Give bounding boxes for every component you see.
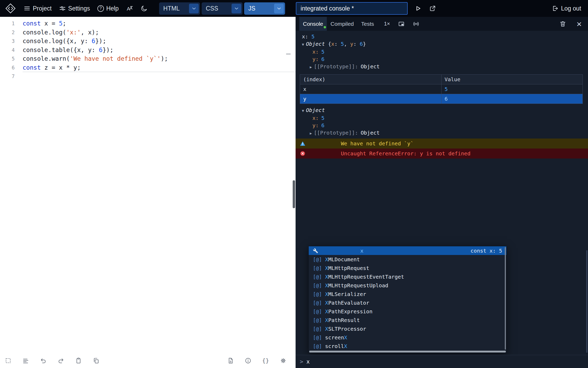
undo-button[interactable] xyxy=(40,357,47,364)
console-warning[interactable]: We have not defined `y` xyxy=(296,139,588,149)
console-error[interactable]: Uncaught ReferenceError: y is not define… xyxy=(296,149,588,159)
redo-button[interactable] xyxy=(57,357,64,364)
property-type-icon: [@] xyxy=(313,283,322,288)
clear-console-button[interactable] xyxy=(559,20,566,28)
sliders-icon xyxy=(59,5,66,12)
autocomplete-item[interactable]: [@]scrollX xyxy=(309,342,506,350)
property-type-icon: [@] xyxy=(313,265,322,271)
autocomplete-item[interactable]: [@]XMLSerializer xyxy=(309,290,506,298)
project-menu-label: Project xyxy=(33,5,52,12)
code-line[interactable]: console.warn('We have not defined `y`'); xyxy=(23,54,296,63)
property-type-icon: [@] xyxy=(313,300,322,306)
table-header[interactable]: (index) xyxy=(300,75,442,84)
console-input-row[interactable]: > x xyxy=(296,355,588,368)
close-console-button[interactable]: × xyxy=(576,20,582,28)
code-line[interactable] xyxy=(23,72,296,81)
chevron-down-icon[interactable] xyxy=(274,4,284,13)
table-header[interactable]: Value xyxy=(441,75,583,84)
autocomplete-item-selected[interactable]: x const x: 5 xyxy=(309,246,506,255)
code-line[interactable]: console.log('x:', x); xyxy=(23,28,296,37)
format-code-button[interactable] xyxy=(22,357,29,364)
line-number-gutter: 1234567 xyxy=(0,19,19,353)
live-reload-icon[interactable] xyxy=(413,21,419,27)
property-type-icon: [@] xyxy=(313,291,322,297)
js-editor-button[interactable]: JS xyxy=(244,2,285,15)
select-region-button[interactable] xyxy=(5,357,12,364)
caret-right-icon[interactable]: ▶ xyxy=(310,65,312,69)
run-button[interactable] xyxy=(414,5,421,12)
autocomplete-item[interactable]: [@]XMLDocument xyxy=(309,255,506,264)
chevron-down-icon[interactable] xyxy=(232,4,241,13)
translate-icon[interactable]: A xyxy=(126,5,133,12)
caret-down-icon[interactable]: ▼ xyxy=(302,109,304,113)
line-number: 5 xyxy=(0,54,19,63)
dark-mode-icon[interactable] xyxy=(141,5,148,12)
object-preview: {x: 5, y: 6} xyxy=(325,41,366,47)
autocomplete-scrollbar[interactable] xyxy=(505,247,506,350)
autocomplete-item[interactable]: [@]XMLHttpRequest xyxy=(309,264,506,272)
console-object-entry[interactable]: ▼Object {x: 5, y: 6} xyxy=(296,40,588,48)
caret-down-icon[interactable]: ▼ xyxy=(302,42,304,47)
logout-icon xyxy=(552,5,558,12)
autocomplete-item[interactable]: [@]XMLHttpRequestUpload xyxy=(309,281,506,290)
code-line[interactable]: console.table({x, y: 6}); xyxy=(23,46,296,55)
settings-menu-button[interactable]: Settings xyxy=(59,5,90,12)
settings-gear-button[interactable] xyxy=(280,357,287,364)
html-editor-button[interactable]: HTML xyxy=(159,2,200,15)
editor-toolbar: {} xyxy=(0,353,296,368)
help-icon: ? xyxy=(97,5,104,12)
editor-tabs: HTML CSS JS xyxy=(159,2,285,15)
property-type-icon: [@] xyxy=(313,343,322,349)
zoom-level[interactable]: 1× xyxy=(384,21,390,27)
warning-text: We have not defined `y` xyxy=(341,140,414,147)
export-file-button[interactable] xyxy=(227,357,234,364)
hamburger-icon xyxy=(24,5,30,12)
braces-button[interactable]: {} xyxy=(262,357,269,364)
css-editor-button[interactable]: CSS xyxy=(202,2,243,15)
editor-scrollbar[interactable] xyxy=(293,180,295,208)
object-prototype[interactable]: ▶[[Prototype]]:Object xyxy=(296,63,588,71)
code-content[interactable]: const x = 5;console.log('x:', x);console… xyxy=(19,19,296,353)
table-row[interactable]: y6 xyxy=(300,94,583,104)
autocomplete-hscrollbar[interactable] xyxy=(309,351,506,352)
console-object-entry[interactable]: ▼Object xyxy=(296,106,588,114)
project-title-input[interactable] xyxy=(296,2,408,15)
svg-text:A: A xyxy=(127,6,130,12)
popout-icon[interactable] xyxy=(398,21,405,27)
logout-button[interactable]: Log out xyxy=(552,5,581,12)
code-line[interactable]: const z = x * y; xyxy=(23,63,296,72)
tab-tests[interactable]: Tests xyxy=(358,17,378,31)
property-type-icon: [@] xyxy=(313,326,322,332)
autocomplete-item[interactable]: [@]screenX xyxy=(309,333,506,342)
share-button[interactable] xyxy=(429,5,436,12)
copy-button[interactable] xyxy=(93,357,99,364)
tab-console[interactable]: Console xyxy=(299,17,327,31)
info-button[interactable] xyxy=(245,357,251,364)
code-editor[interactable]: 1234567 const x = 5;console.log('x:', x)… xyxy=(0,17,296,353)
autocomplete-item[interactable]: [@]XPathExpression xyxy=(309,307,506,316)
object-property: y:6 xyxy=(296,55,588,63)
code-line[interactable]: const x = 5; xyxy=(23,19,296,28)
autocomplete-detail: const x: 5 xyxy=(471,248,502,254)
paste-button[interactable] xyxy=(75,357,82,364)
object-prototype[interactable]: ▶[[Prototype]]:Object xyxy=(296,129,588,137)
autocomplete-item[interactable]: [@]XPathResult xyxy=(309,316,506,324)
autocomplete-item[interactable]: [@]XMLHttpRequestEventTarget xyxy=(309,272,506,281)
js-editor-label: JS xyxy=(248,5,255,12)
autocomplete-item[interactable]: [@]XSLTProcessor xyxy=(309,324,506,333)
object-name: Object xyxy=(306,41,325,47)
console-panel: Console Compiled Tests 1× xyxy=(296,17,588,368)
prompt-chevron-icon: > xyxy=(300,358,303,365)
app-logo-icon[interactable] xyxy=(5,3,16,14)
line-number: 6 xyxy=(0,63,19,72)
help-menu-button[interactable]: ? Help xyxy=(97,5,119,12)
autocomplete-item[interactable]: [@]XPathEvaluator xyxy=(309,298,506,307)
project-menu-button[interactable]: Project xyxy=(24,5,52,12)
code-line[interactable]: console.log({x, y: 6}); xyxy=(23,37,296,46)
console-output: x: 5 ▼Object {x: 5, y: 6} x:5 y:6 ▶[[Pro… xyxy=(296,31,588,355)
console-scrollbar[interactable] xyxy=(586,250,587,353)
chevron-down-icon[interactable] xyxy=(189,4,199,13)
table-row[interactable]: x5 xyxy=(300,84,583,94)
tab-compiled[interactable]: Compiled xyxy=(327,17,358,31)
line-number: 1 xyxy=(0,19,19,28)
